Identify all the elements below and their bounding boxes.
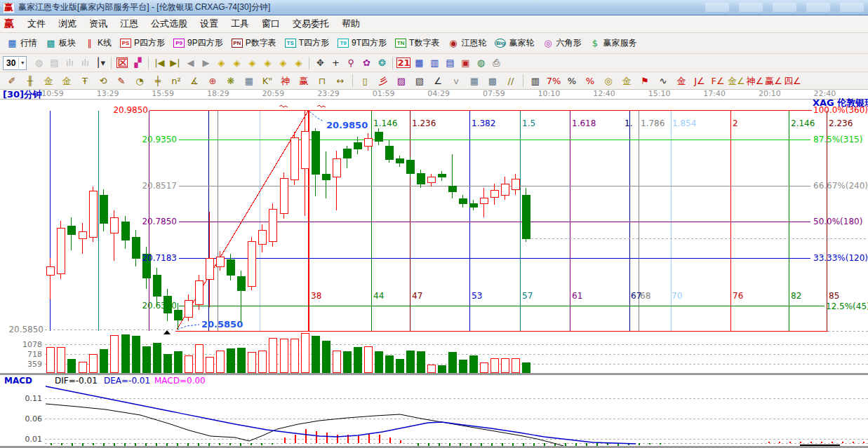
menu-item-window[interactable]: 窗口 bbox=[255, 16, 286, 32]
toolbar-button-t-number-table[interactable]: TNT数字表 bbox=[391, 36, 443, 50]
draw-tool-percent-line-icon[interactable]: % bbox=[581, 74, 599, 88]
draw-tool-j-angle-icon[interactable]: J∠ bbox=[690, 74, 709, 88]
draw-tool-gold-levels-icon[interactable]: 金 bbox=[617, 74, 636, 88]
draw-tool-gold-circle-icon[interactable]: ◎ bbox=[599, 74, 617, 88]
titlebar-button[interactable] bbox=[840, 3, 864, 12]
toolbar-button-formula-zone-icon[interactable]: 区 bbox=[114, 55, 130, 71]
toolbar-button-hand-icon[interactable]: ✥ bbox=[312, 55, 328, 71]
draw-tool-gold-grid2-icon[interactable]: 金 bbox=[58, 74, 76, 88]
draw-tool-brush-icon[interactable]: ✎ bbox=[112, 74, 131, 88]
draw-tool-k-quote-icon[interactable]: K" bbox=[258, 74, 276, 88]
toolbar-button-first-page-icon[interactable]: |◀ bbox=[152, 55, 167, 71]
menu-item-formula-stock-pick[interactable]: 公式选股 bbox=[145, 16, 194, 32]
toolbar-button-quote[interactable]: ▦行情 bbox=[3, 36, 41, 50]
draw-tool-spiral-icon[interactable]: ⟲ bbox=[94, 74, 112, 88]
draw-tool-f-angle-icon[interactable]: F∠ bbox=[709, 74, 727, 88]
draw-tool-parallel-lines-icon[interactable]: // bbox=[502, 74, 520, 88]
toolbar-button-save-icon[interactable]: ▣ bbox=[458, 55, 473, 71]
draw-tool-data-column-icon[interactable]: ▥ bbox=[526, 74, 545, 88]
toolbar-button-t-square[interactable]: TST四方形 bbox=[281, 36, 333, 50]
draw-tool-grid-tool-icon[interactable]: ╫ bbox=[21, 74, 39, 88]
toolbar-button-bars9-icon[interactable]: ılı bbox=[77, 55, 93, 71]
menu-item-file[interactable]: 文件 bbox=[21, 16, 52, 32]
toolbar-button-candle-style-icon[interactable]: ⎮▾ bbox=[93, 55, 108, 71]
draw-tool-gold-grid-icon[interactable]: 金 bbox=[39, 74, 58, 88]
toolbar-button-kline[interactable]: ∥K线 bbox=[80, 36, 116, 50]
draw-tool-angle-icon[interactable]: ∡ bbox=[185, 74, 203, 88]
toolbar-button-prev-icon[interactable]: ◀ bbox=[182, 55, 198, 71]
draw-tool-n-square-icon[interactable]: n² bbox=[167, 74, 185, 88]
toolbar-button-print-icon[interactable]: ⎙ bbox=[488, 55, 504, 71]
menu-item-gann[interactable]: 江恩 bbox=[114, 16, 145, 32]
draw-tool-pencil-icon[interactable]: ✐ bbox=[3, 74, 21, 88]
draw-tool-circle-cross-icon[interactable]: ⊕ bbox=[203, 74, 222, 88]
toolbar-button-p-number-table[interactable]: PNP数字表 bbox=[227, 36, 281, 50]
toolbar-button-web-icon[interactable]: ◍ bbox=[31, 55, 46, 71]
draw-tool-four-angle-icon[interactable]: 四∠ bbox=[783, 74, 802, 88]
draw-tool-wave-icon[interactable]: ∿ bbox=[654, 74, 672, 88]
draw-tool-clock-circle-icon[interactable]: ◔ bbox=[131, 74, 149, 88]
toolbar-button-pattern-tool-icon[interactable]: ❂ bbox=[374, 55, 389, 71]
toolbar-button-zoom-icon[interactable]: ⚲ bbox=[343, 55, 359, 71]
draw-tool-star-grid-icon[interactable]: ❋ bbox=[222, 74, 240, 88]
titlebar-button[interactable] bbox=[739, 3, 763, 12]
draw-tool-fan-lines-icon[interactable]: 彡 bbox=[374, 74, 392, 88]
draw-tool-shen-angle-icon[interactable]: 神∠ bbox=[746, 74, 765, 88]
toolbar-button-gann-diamond-h-icon[interactable]: ◈ bbox=[244, 55, 260, 71]
toolbar-button-winner-wheel[interactable]: Big赢家轮 bbox=[490, 36, 538, 50]
draw-tool-gold-angle-icon[interactable]: 金∠ bbox=[727, 74, 746, 88]
toolbar-button-gann-diamond-grid-icon[interactable]: ◈ bbox=[291, 55, 306, 71]
toolbar-button-flower-tool-icon[interactable]: ✿ bbox=[359, 55, 374, 71]
titlebar-button[interactable] bbox=[773, 3, 796, 12]
toolbar-button-sectors[interactable]: ▩板块 bbox=[41, 36, 80, 50]
draw-tool-net-grid-icon[interactable]: ▦ bbox=[465, 74, 483, 88]
toolbar-button-next-icon[interactable]: ▶ bbox=[198, 55, 213, 71]
draw-tool-ying-angle-icon[interactable]: 赢∠ bbox=[764, 74, 783, 88]
draw-tool-box-line-icon[interactable]: ▯ bbox=[356, 74, 374, 88]
toolbar-button-p-square[interactable]: PSP四方形 bbox=[116, 36, 169, 50]
menu-item-help[interactable]: 帮助 bbox=[335, 16, 366, 32]
draw-tool-trend-angle-icon[interactable]: ∠ bbox=[429, 74, 447, 88]
draw-tool-flag-icon[interactable]: ⚑ bbox=[636, 74, 654, 88]
menu-item-news[interactable]: 资讯 bbox=[83, 16, 114, 32]
draw-tool-purple-box-icon[interactable]: ▨ bbox=[392, 74, 410, 88]
toolbar-button-network-icon[interactable]: ◍ bbox=[473, 55, 488, 71]
draw-tool-f-grid-icon[interactable]: Ŧ bbox=[76, 74, 94, 88]
toolbar-button-gann-diamond-x-icon[interactable]: ◈ bbox=[260, 55, 275, 71]
toolbar-button-gann-wheel[interactable]: ◉江恩轮 bbox=[443, 36, 490, 50]
menu-item-settings[interactable]: 设置 bbox=[194, 16, 225, 32]
draw-tool-hatch-box-icon[interactable]: ▧ bbox=[410, 74, 429, 88]
toolbar-button-bars3-icon[interactable]: ılı bbox=[62, 55, 77, 71]
menu-item-browse[interactable]: 浏览 bbox=[52, 16, 83, 32]
toolbar-button-clipboard-icon[interactable]: ▤ bbox=[46, 55, 62, 71]
menu-item-trade-entrust[interactable]: 交易委托 bbox=[286, 16, 335, 32]
toolbar-button-9p-square[interactable]: P99P四方形 bbox=[169, 36, 227, 50]
toolbar-button-color-chart-icon[interactable]: ▞ bbox=[130, 55, 145, 71]
draw-tool-gold-red-icon[interactable]: 金 bbox=[672, 74, 690, 88]
toolbar-button-hexagon[interactable]: ◎六角形 bbox=[538, 36, 585, 50]
draw-tool-net-grid2-icon[interactable]: ▩ bbox=[483, 74, 502, 88]
menu-item-tools[interactable]: 工具 bbox=[225, 16, 255, 32]
draw-tool-ladder-icon[interactable]: ╪ bbox=[149, 74, 167, 88]
toolbar-button-table-icon[interactable]: ▥ bbox=[427, 55, 442, 71]
toolbar-button-9t-square[interactable]: T99T四方形 bbox=[333, 36, 391, 50]
toolbar-button-crosshair-icon[interactable]: + bbox=[328, 55, 343, 71]
toolbar-button-gann-diamond-left-icon[interactable]: ◈ bbox=[213, 55, 229, 71]
titlebar-button[interactable] bbox=[705, 3, 729, 12]
draw-tool-percent-icon[interactable]: % bbox=[563, 74, 581, 88]
toolbar-button-editor-icon[interactable]: ▤ bbox=[442, 55, 458, 71]
toolbar-button-calendar-icon[interactable]: 21 bbox=[396, 55, 411, 71]
draw-tool-box-grid-icon[interactable]: ▦ bbox=[240, 74, 258, 88]
chevron-down-icon[interactable]: ▾ bbox=[18, 57, 26, 69]
draw-tool-shen-tool-icon[interactable]: 神 bbox=[276, 74, 295, 88]
chart-canvas[interactable]: 10:5913:2915:5918:2920:5923:2901:5904:29… bbox=[0, 90, 868, 448]
draw-tool-ruler-icon[interactable]: ⊓ bbox=[313, 74, 331, 88]
toolbar-button-last-page-icon[interactable]: ▶| bbox=[167, 55, 182, 71]
toolbar-button-winner-service[interactable]: $赢家服务 bbox=[585, 36, 641, 50]
period-select[interactable]: 30▾ bbox=[3, 56, 27, 70]
titlebar-button[interactable] bbox=[806, 3, 830, 12]
draw-tool-ying-tool-icon[interactable]: 赢 bbox=[295, 74, 313, 88]
draw-tool-seven-pct-icon[interactable]: 7% bbox=[545, 74, 563, 88]
toolbar-button-gann-diamond-star-icon[interactable]: ◈ bbox=[275, 55, 291, 71]
toolbar-button-gann-diamond-right-icon[interactable]: ◈ bbox=[229, 55, 244, 71]
